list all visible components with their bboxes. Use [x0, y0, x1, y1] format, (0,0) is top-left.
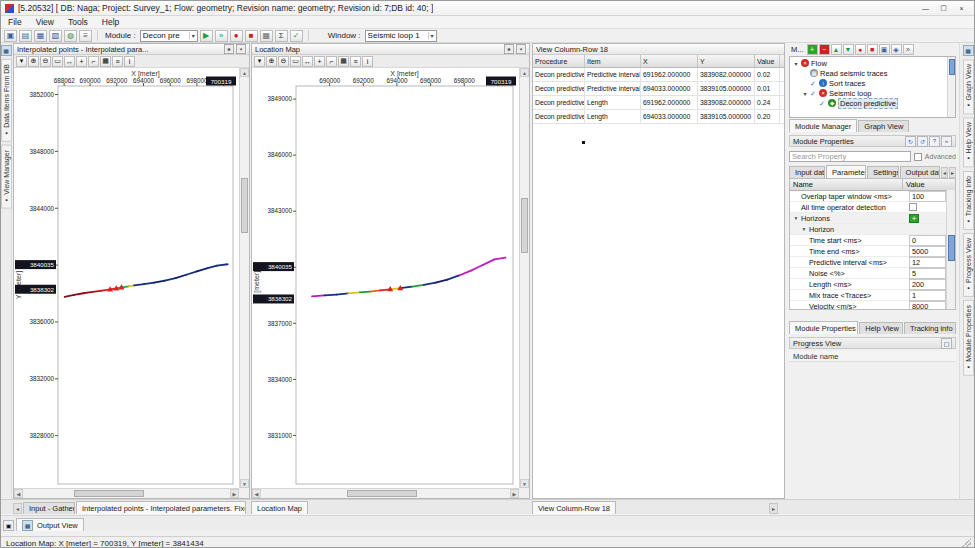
- remove-module-button[interactable]: −: [819, 44, 830, 55]
- tree-item-read-seismic-traces[interactable]: ▦Read seismic traces: [791, 68, 947, 78]
- tab-help-view[interactable]: Help View: [859, 322, 903, 334]
- advanced-checkbox[interactable]: [914, 153, 922, 161]
- tabs-scroll-right-button[interactable]: ▸: [949, 167, 956, 178]
- parameter-value-input[interactable]: 12: [909, 257, 946, 268]
- tab-graph-view[interactable]: Graph View: [858, 120, 909, 132]
- scroll-left-button[interactable]: ◀: [252, 489, 261, 498]
- ruler-icon[interactable]: ⌐: [326, 56, 337, 67]
- expand-icon[interactable]: »: [941, 136, 952, 147]
- help-icon[interactable]: ?: [929, 136, 940, 147]
- scrollbar-thumb[interactable]: [521, 198, 528, 253]
- tabs-scroll-left-button[interactable]: ◂: [941, 167, 948, 178]
- scroll-right-button[interactable]: ▶: [510, 489, 519, 498]
- more-button[interactable]: »: [903, 44, 914, 55]
- pin-icon[interactable]: ◈: [891, 44, 902, 55]
- info-icon[interactable]: i: [362, 56, 373, 67]
- scroll-right-button[interactable]: ▶: [230, 489, 239, 498]
- zoom-in-icon[interactable]: ⊕: [266, 56, 277, 67]
- table-row[interactable]: Decon predictiveLength694033.00000038391…: [533, 110, 784, 124]
- view-button[interactable]: ▣: [879, 44, 890, 55]
- tab-output-data[interactable]: Output data: [900, 166, 940, 178]
- scroll-up-button[interactable]: ▲: [520, 68, 529, 77]
- tab-output-view[interactable]: ▦ Output View: [16, 518, 84, 531]
- vertical-scrollbar[interactable]: ▲ ▼: [519, 68, 529, 488]
- column-header-procedure[interactable]: Procedure: [533, 55, 585, 67]
- dock-tab-graph-view[interactable]: ▪ Graph View: [963, 59, 974, 114]
- panel-menu-icon[interactable]: ▾: [236, 44, 246, 54]
- pin-icon[interactable]: ◈: [224, 44, 234, 54]
- grid-icon[interactable]: ▦: [100, 56, 111, 67]
- refresh-icon[interactable]: ↻: [905, 136, 916, 147]
- scrollbar-thumb[interactable]: [347, 490, 417, 497]
- menu-help[interactable]: Help: [95, 16, 126, 28]
- scrollbar-thumb[interactable]: [74, 490, 144, 497]
- pin-icon[interactable]: ◈: [504, 44, 514, 54]
- column-header-value[interactable]: Value: [755, 55, 780, 67]
- tab-scroll-left-button[interactable]: ◂: [13, 503, 22, 514]
- check-icon[interactable]: ✓: [810, 90, 817, 97]
- parameter-value-input[interactable]: 1: [909, 290, 946, 301]
- globe-view-icon[interactable]: ◍: [64, 30, 77, 42]
- table-view-icon[interactable]: ▦: [34, 30, 47, 42]
- tree-item-sort-traces[interactable]: ✓↕Sort traces: [791, 78, 947, 88]
- record-button[interactable]: ●: [855, 44, 866, 55]
- table-row[interactable]: Decon predictivePredictive interval69196…: [533, 68, 784, 82]
- tree-item-seismic-loop[interactable]: ▾✓×Seismic loop: [791, 88, 947, 98]
- options-icon[interactable]: ≡: [350, 56, 361, 67]
- tab-module-properties[interactable]: Module Properties: [789, 321, 858, 334]
- grid-icon[interactable]: ▦: [338, 56, 349, 67]
- menu-view[interactable]: View: [29, 16, 61, 28]
- table-row[interactable]: Decon predictiveLength691962.00000038390…: [533, 96, 784, 110]
- tab-location-map[interactable]: Location Map: [251, 501, 308, 514]
- dock-icon[interactable]: ▣: [3, 520, 14, 531]
- options-icon[interactable]: ≡: [112, 56, 123, 67]
- table-row[interactable]: Decon predictivePredictive interval69403…: [533, 82, 784, 96]
- pan-icon[interactable]: ↔: [302, 56, 313, 67]
- zoom-box-icon[interactable]: ▭: [290, 56, 301, 67]
- new-flow-icon[interactable]: ▣: [4, 30, 17, 42]
- dock-tab-help-view[interactable]: ▪ Help View: [963, 117, 974, 167]
- add-horizon-button[interactable]: +: [909, 214, 919, 223]
- tab-interpolated-points-interpolat[interactable]: Interpolated points - Interpolated param…: [76, 501, 246, 514]
- tab-view-column-row[interactable]: View Column-Row 18: [532, 501, 616, 514]
- column-header-y[interactable]: Y: [698, 55, 755, 67]
- dock-tab-view-manager[interactable]: ▪ View Manager: [1, 145, 12, 209]
- map-view-icon[interactable]: ▤: [19, 30, 32, 42]
- maximize-button[interactable]: ▢: [935, 3, 952, 14]
- panel-menu-icon[interactable]: ▾: [516, 44, 526, 54]
- horizontal-scrollbar[interactable]: ◀ ▶: [252, 488, 519, 498]
- chart-view-icon[interactable]: ▧: [49, 30, 62, 42]
- info-icon[interactable]: i: [124, 56, 135, 67]
- minimize-button[interactable]: —: [917, 3, 934, 14]
- tree-item-flow[interactable]: ▾×Flow: [791, 58, 947, 68]
- undo-icon[interactable]: ↺: [917, 136, 928, 147]
- dock-tab-data-items-from-db[interactable]: ▪ Data Items From DB: [1, 59, 12, 142]
- crosshair-icon[interactable]: +: [76, 56, 87, 67]
- dock-views-icon[interactable]: ▦: [963, 45, 974, 56]
- tab-module-manager[interactable]: Module Manager: [789, 119, 857, 132]
- menu-tools[interactable]: Tools: [61, 16, 95, 28]
- resize-grip[interactable]: [961, 538, 971, 548]
- vertical-scrollbar[interactable]: [947, 57, 955, 117]
- interpolated-chart[interactable]: X [meter]Y [meter]6880626900006920006940…: [14, 68, 239, 488]
- expander-icon[interactable]: ▾: [802, 90, 808, 97]
- scroll-left-button[interactable]: ◀: [14, 489, 23, 498]
- search-property-input[interactable]: [789, 151, 911, 162]
- layers-icon[interactable]: ≡: [79, 30, 92, 42]
- record-button[interactable]: ●: [230, 30, 243, 42]
- dock-tab-module-properties[interactable]: ▪ Module Properties: [963, 300, 974, 376]
- scroll-up-button[interactable]: ▲: [240, 68, 249, 77]
- tab-parameters[interactable]: Parameters: [826, 165, 866, 178]
- scroll-down-button[interactable]: ▼: [240, 479, 249, 488]
- column-header-item[interactable]: Item: [585, 55, 641, 67]
- dock-tab-tracking-info[interactable]: ▪ Tracking Info: [963, 171, 974, 230]
- parameter-value-input[interactable]: 200: [909, 279, 946, 290]
- menu-file[interactable]: File: [1, 16, 29, 28]
- tab-scroll-right-button[interactable]: ▸: [769, 503, 778, 514]
- parameter-checkbox[interactable]: [909, 203, 917, 211]
- expander-icon[interactable]: ▾: [793, 215, 799, 221]
- ruler-icon[interactable]: ⌐: [88, 56, 99, 67]
- sum-icon[interactable]: Σ: [275, 30, 288, 42]
- add-module-button[interactable]: +: [807, 44, 818, 55]
- scrollbar-thumb[interactable]: [241, 178, 248, 233]
